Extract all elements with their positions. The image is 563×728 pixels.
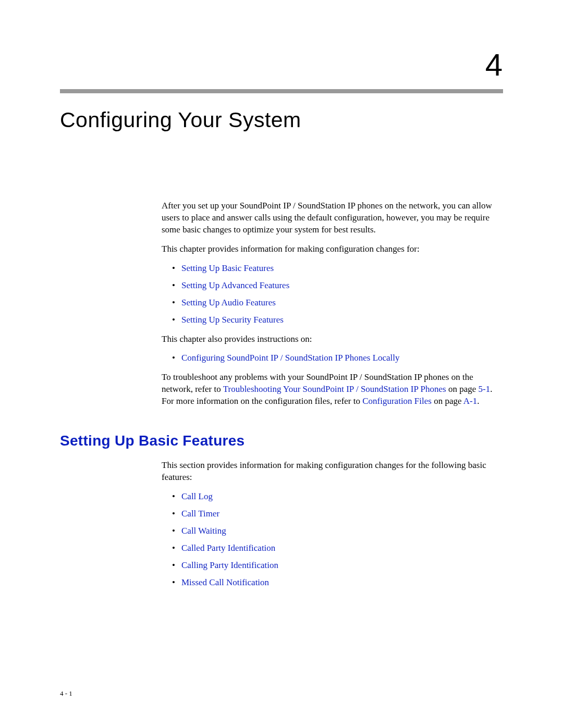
text-segment: on page (432, 396, 463, 406)
list-item: Setting Up Advanced Features (172, 280, 503, 292)
list-item: Setting Up Security Features (172, 314, 503, 326)
intro-paragraph-1: After you set up your SoundPoint IP / So… (162, 200, 503, 236)
document-page: 4 Configuring Your System After you set … (0, 0, 563, 627)
intro-paragraph-3: This chapter also provides instructions … (162, 334, 503, 346)
list-item: Call Waiting (172, 525, 503, 537)
list-item: Calling Party Identification (172, 560, 503, 572)
section-title-basic-features: Setting Up Basic Features (60, 433, 503, 449)
list-item: Called Party Identification (172, 542, 503, 554)
link-page-a-1[interactable]: A-1 (463, 396, 477, 406)
intro-link-list-2: Configuring SoundPoint IP / SoundStation… (162, 352, 503, 364)
link-configuring-phones-locally[interactable]: Configuring SoundPoint IP / SoundStation… (181, 353, 400, 363)
list-item: Setting Up Audio Features (172, 297, 503, 309)
chapter-divider (60, 89, 503, 93)
list-item: Missed Call Notification (172, 577, 503, 589)
chapter-number: 4 (60, 47, 503, 83)
link-calling-party-identification[interactable]: Calling Party Identification (181, 560, 278, 570)
link-setting-up-audio-features[interactable]: Setting Up Audio Features (181, 298, 276, 307)
link-setting-up-basic-features[interactable]: Setting Up Basic Features (181, 263, 274, 273)
section1-block: This section provides information for ma… (162, 460, 503, 589)
link-configuration-files[interactable]: Configuration Files (362, 396, 432, 406)
link-page-5-1[interactable]: 5-1 (478, 384, 490, 394)
list-item: Setting Up Basic Features (172, 263, 503, 275)
list-item: Call Log (172, 491, 503, 503)
link-setting-up-security-features[interactable]: Setting Up Security Features (181, 315, 284, 325)
chapter-title: Configuring Your System (60, 108, 503, 132)
page-number-footer: 4 - 1 (60, 689, 72, 698)
list-item: Configuring SoundPoint IP / SoundStation… (172, 352, 503, 364)
link-missed-call-notification[interactable]: Missed Call Notification (181, 577, 269, 587)
intro-block: After you set up your SoundPoint IP / So… (162, 200, 503, 408)
intro-paragraph-4: To troubleshoot any problems with your S… (162, 372, 503, 408)
link-called-party-identification[interactable]: Called Party Identification (181, 543, 275, 553)
link-setting-up-advanced-features[interactable]: Setting Up Advanced Features (181, 280, 289, 290)
text-segment: on page (446, 384, 479, 394)
section1-link-list: Call Log Call Timer Call Waiting Called … (162, 491, 503, 589)
list-item: Call Timer (172, 508, 503, 520)
link-troubleshooting[interactable]: Troubleshooting Your SoundPoint IP / Sou… (223, 384, 446, 394)
link-call-timer[interactable]: Call Timer (181, 509, 219, 519)
link-call-waiting[interactable]: Call Waiting (181, 526, 226, 536)
text-segment: . (477, 396, 479, 406)
intro-paragraph-2: This chapter provides information for ma… (162, 243, 503, 255)
section1-paragraph-1: This section provides information for ma… (162, 460, 503, 484)
intro-link-list-1: Setting Up Basic Features Setting Up Adv… (162, 263, 503, 326)
link-call-log[interactable]: Call Log (181, 491, 213, 501)
